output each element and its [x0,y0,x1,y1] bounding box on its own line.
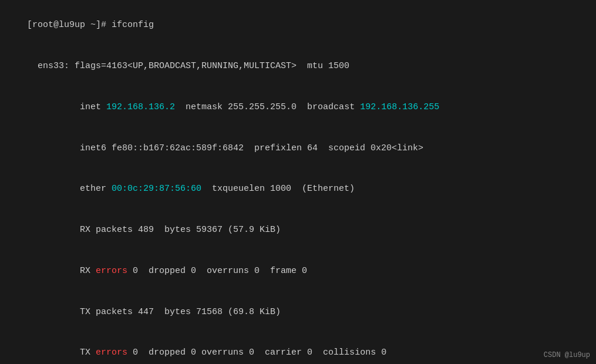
prompt-text: [root@lu9up ~]# ifconfig [27,20,154,30]
ens33-rx-errors: RX errors 0 dropped 0 overruns 0 frame 0 [6,251,590,292]
ens33-rx-packets: RX packets 489 bytes 59367 (57.9 KiB) [6,210,590,251]
prompt-line: [root@lu9up ~]# ifconfig [6,5,590,46]
watermark: CSDN @lu9up [544,351,590,359]
ens33-inet: inet 192.168.136.2 netmask 255.255.255.0… [6,87,590,128]
ens33-tx-packets: TX packets 447 bytes 71568 (69.8 KiB) [6,291,590,332]
ens33-block: ens33: flags=4163<UP,BROADCAST,RUNNING,M… [6,46,590,364]
terminal: [root@lu9up ~]# ifconfig ens33: flags=41… [0,0,596,364]
ens33-ether: ether 00:0c:29:87:56:60 txqueuelen 1000 … [6,168,590,210]
ens33-mac: 00:0c:29:87:56:60 [112,184,201,194]
ens33-rx-errors-word: errors [96,266,127,276]
ens33-tx-errors-word: errors [96,348,127,358]
ens33-header: ens33: flags=4163<UP,BROADCAST,RUNNING,M… [6,46,590,87]
ens33-broadcast: 192.168.136.255 [360,102,439,112]
ens33-tx-errors: TX errors 0 dropped 0 overruns 0 carrier… [6,332,590,364]
ens33-inet6: inet6 fe80::b167:62ac:589f:6842 prefixle… [6,127,590,168]
ens33-ip: 192.168.136.2 [106,102,175,112]
